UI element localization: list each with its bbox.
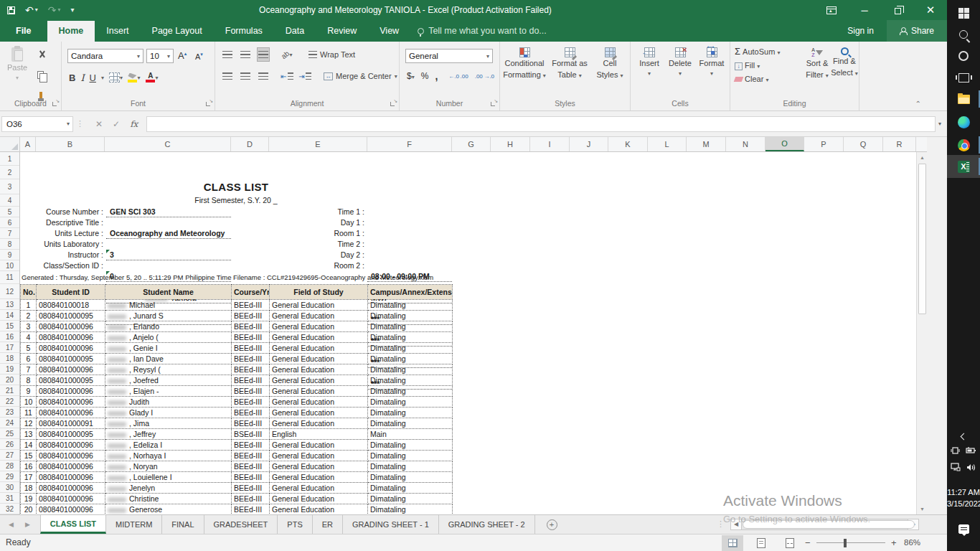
- percent-button[interactable]: %: [421, 71, 429, 81]
- font-family-select[interactable]: Candara▾: [67, 49, 143, 63]
- table-row[interactable]: 80808401000095, JoefredBEEd-IIIGeneral E…: [21, 375, 453, 386]
- align-left-button[interactable]: [221, 69, 234, 83]
- row-header-19[interactable]: 19: [0, 364, 19, 375]
- clear-button[interactable]: Clear ▾: [735, 75, 780, 83]
- row-header-25[interactable]: 25: [0, 428, 19, 439]
- wrap-text-button[interactable]: Wrap Text: [308, 47, 355, 62]
- tab-view[interactable]: View: [368, 21, 410, 42]
- excel-taskbar-button[interactable]: X: [947, 155, 980, 178]
- shrink-font-button[interactable]: A▾: [195, 52, 203, 61]
- row-header-30[interactable]: 30: [0, 482, 19, 493]
- row-header-2[interactable]: 2: [0, 166, 19, 179]
- table-row[interactable]: 50808401000096, Genie IBEEd-IIIGeneral E…: [21, 343, 453, 354]
- column-header-E[interactable]: E: [269, 137, 367, 151]
- tabbar-splitter[interactable]: ⋮: [714, 519, 727, 529]
- minimize-button[interactable]: ─: [848, 0, 881, 20]
- table-row[interactable]: 120808401000091, JimaBEEd-IIIGeneral Edu…: [21, 418, 453, 429]
- row-header-8[interactable]: 8: [0, 239, 19, 250]
- row-header-26[interactable]: 26: [0, 439, 19, 450]
- row-header-20[interactable]: 20: [0, 375, 19, 385]
- orientation-button[interactable]: ab▾: [281, 47, 293, 62]
- tablet-sync-icon[interactable]: [951, 446, 960, 455]
- row-header-28[interactable]: 28: [0, 461, 19, 471]
- taskbar-clock-time[interactable]: 11:27 AM: [947, 488, 980, 496]
- network-icon[interactable]: [951, 463, 961, 472]
- namebox-splitter[interactable]: ⋮: [73, 119, 87, 128]
- taskbar-search-button[interactable]: [947, 23, 980, 46]
- tab-file[interactable]: File: [0, 21, 47, 42]
- horizontal-scroll-track[interactable]: [742, 519, 908, 530]
- file-explorer-button[interactable]: [947, 88, 980, 110]
- row-header-1[interactable]: 1: [0, 152, 19, 166]
- table-row[interactable]: 170808401000096, Louiellene IBEEd-IIIGen…: [21, 472, 453, 483]
- tab-page-layout[interactable]: Page Layout: [141, 21, 214, 42]
- align-center-button[interactable]: [239, 69, 252, 83]
- vertical-scroll-thumb[interactable]: [918, 164, 926, 314]
- row-header-29[interactable]: 29: [0, 471, 19, 482]
- row-header-24[interactable]: 24: [0, 418, 19, 428]
- sheet-tab-grading-sheet-1[interactable]: GRADING SHEET - 1: [343, 515, 439, 534]
- sort-filter-button[interactable]: AZ Sort & Filter ▾: [804, 43, 831, 80]
- ribbon-display-options-button[interactable]: [815, 0, 848, 20]
- row-header-31[interactable]: 31: [0, 493, 19, 504]
- format-cells-button[interactable]: ⟷ Format▾: [697, 43, 727, 77]
- column-header-Q[interactable]: Q: [844, 137, 883, 151]
- table-row[interactable]: 30808401000096, ErlandoBEEd-IIIGeneral E…: [21, 321, 453, 332]
- table-row[interactable]: 130808401000095, JeffreyBSEd-IIIEnglishM…: [21, 429, 453, 440]
- select-all-button[interactable]: [0, 137, 20, 151]
- comma-button[interactable]: ,: [435, 70, 438, 82]
- cell-styles-button[interactable]: Cell Styles ▾: [592, 43, 628, 80]
- conditional-formatting-button[interactable]: Conditional Formatting ▾: [501, 43, 547, 80]
- number-format-select[interactable]: General▾: [405, 49, 493, 63]
- find-select-button[interactable]: Find & Select ▾: [831, 43, 858, 78]
- row-header-10[interactable]: 10: [0, 260, 19, 271]
- action-center-button[interactable]: [947, 524, 980, 537]
- table-row[interactable]: 60808401000095, Ian DaveBEEd-IIIGeneral …: [21, 354, 453, 364]
- next-sheet-button[interactable]: ▶: [25, 521, 30, 528]
- fill-color-button[interactable]: ▾: [128, 70, 141, 85]
- column-header-N[interactable]: N: [726, 137, 765, 151]
- chrome-button[interactable]: [947, 133, 980, 156]
- share-button[interactable]: Share: [887, 20, 947, 42]
- column-header-A[interactable]: A: [20, 137, 36, 151]
- tab-formulas[interactable]: Formulas: [214, 21, 274, 42]
- underline-dropdown[interactable]: ▾: [101, 75, 104, 81]
- normal-view-button[interactable]: [722, 535, 743, 551]
- alignment-dialog-launcher[interactable]: [390, 100, 397, 107]
- column-header-B[interactable]: B: [36, 137, 105, 151]
- row-header-6[interactable]: 6: [0, 217, 19, 228]
- middle-align-button[interactable]: [239, 47, 252, 62]
- row-header-18[interactable]: 18: [0, 353, 19, 364]
- column-header-P[interactable]: P: [804, 137, 844, 151]
- bold-button[interactable]: B: [69, 72, 75, 83]
- worksheet-grid[interactable]: CLASS LISTFirst Semester, S.Y. 20 _Cours…: [0, 152, 927, 514]
- volume-icon[interactable]: [966, 463, 976, 472]
- cortana-button[interactable]: [947, 44, 980, 67]
- table-row[interactable]: 40808401000096, Anjelo (BEEd-IIIGeneral …: [21, 332, 453, 343]
- row-header-16[interactable]: 16: [0, 331, 19, 342]
- sheet-tab-class-list[interactable]: CLASS LIST: [40, 515, 106, 534]
- horizontal-scroll-thumb[interactable]: [743, 520, 915, 529]
- formula-input[interactable]: [146, 116, 936, 132]
- increase-indent-button[interactable]: ⇥: [298, 69, 311, 83]
- insert-cells-button[interactable]: ← Insert▾: [635, 43, 664, 77]
- row-header-7[interactable]: 7: [0, 228, 19, 239]
- page-layout-view-button[interactable]: [750, 535, 772, 551]
- table-row[interactable]: 110808401000096Glady IBEEd-IIIGeneral Ed…: [21, 408, 453, 418]
- currency-button[interactable]: $▾: [407, 71, 415, 81]
- edge-button[interactable]: [947, 110, 980, 133]
- scroll-down-button[interactable]: ▼: [917, 504, 927, 514]
- italic-button[interactable]: I: [80, 72, 84, 83]
- row-header-4[interactable]: 4: [0, 194, 19, 207]
- column-header-D[interactable]: D: [231, 137, 269, 151]
- column-header-K[interactable]: K: [608, 137, 648, 151]
- clipboard-dialog-launcher[interactable]: [52, 100, 59, 107]
- name-box[interactable]: O36 ▾: [1, 116, 73, 132]
- format-as-table-button[interactable]: Format as Table ▾: [549, 43, 590, 80]
- top-align-button[interactable]: [221, 47, 234, 62]
- table-row[interactable]: 200808401000096GeneroseBEEd-IIIGeneral E…: [21, 504, 453, 515]
- fill-button[interactable]: ↓ Fill ▾: [735, 61, 780, 70]
- new-sheet-button[interactable]: +: [547, 515, 557, 534]
- table-row[interactable]: 70808401000096, Reysyl (BEEd-IIIGeneral …: [21, 364, 453, 375]
- table-row[interactable]: 1080840100018MichaelBEEd-IIIGeneral Educ…: [21, 300, 453, 311]
